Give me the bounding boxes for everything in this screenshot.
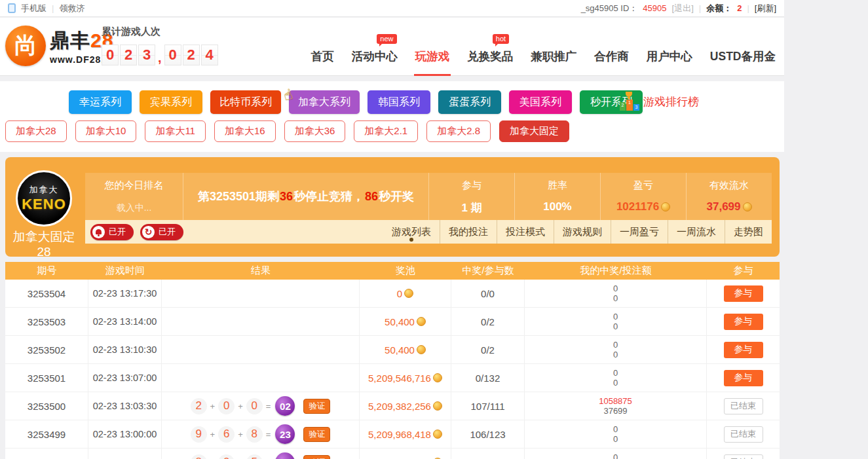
result-number: 8 bbox=[246, 426, 263, 443]
subtab-button[interactable]: 加拿大28 bbox=[5, 120, 67, 142]
issue-cell: 3253503 bbox=[5, 308, 88, 335]
stat-value: 37,699 bbox=[687, 200, 772, 213]
counter-digit: 0 bbox=[164, 45, 181, 65]
game-tab[interactable]: 投注模式 bbox=[497, 220, 554, 244]
coin-icon bbox=[433, 430, 442, 439]
game-ranking-link[interactable]: 213 游戏排行榜 bbox=[620, 93, 699, 111]
nav-item[interactable]: USTD备用金 bbox=[710, 48, 776, 64]
my-bet: 0 bbox=[613, 293, 618, 303]
time-cell: 02-23 13:03:30 bbox=[88, 392, 162, 420]
game-tabs: 游戏列表 我的投注 投注模式 游戏规则 一周盈亏 一周流水 走势图 bbox=[383, 220, 772, 244]
nav-item[interactable]: 玩游戏 bbox=[415, 48, 450, 64]
ended-button[interactable]: 已结束 bbox=[724, 426, 763, 443]
stat-label: 有效流水 bbox=[687, 179, 772, 192]
nav-badge: hot bbox=[493, 34, 509, 44]
game-tab[interactable]: 我的投注 bbox=[440, 220, 497, 244]
stat-box: 有效流水 37,699 bbox=[686, 173, 772, 220]
seconds-to-draw: 86 bbox=[364, 190, 379, 204]
join-button[interactable]: 参与 bbox=[724, 342, 763, 358]
status-badge[interactable]: 已开 bbox=[90, 224, 134, 240]
result-cell bbox=[162, 336, 360, 363]
site-logo[interactable]: 尚 鼎丰28 www.DF28.co bbox=[5, 26, 117, 66]
nav-item[interactable]: hot 兑换奖品 bbox=[467, 48, 513, 64]
win-ratio-cell: 106/103 bbox=[451, 449, 525, 459]
subtab-button[interactable]: 加拿大36 bbox=[284, 120, 346, 142]
game-tab[interactable]: 游戏规则 bbox=[554, 220, 611, 244]
counter-comma: , bbox=[158, 50, 162, 65]
nav-item[interactable]: new 活动中心 bbox=[352, 48, 398, 64]
subtab-button[interactable]: 加拿大11 bbox=[145, 120, 206, 142]
logo-icon: 尚 bbox=[5, 26, 46, 66]
my-win-bet-cell: 0 0 bbox=[525, 449, 707, 459]
nav-item[interactable]: 兼职推广 bbox=[531, 48, 576, 64]
action-cell: 参与 bbox=[707, 336, 780, 363]
table-row: 3253500 02-23 13:03:30 2+0+0=02验证 5,209,… bbox=[5, 392, 780, 420]
result-cell: 8+0+5=13验证 bbox=[162, 449, 360, 459]
game-tab[interactable]: 一周流水 bbox=[668, 220, 725, 244]
stat-label: 胜率 bbox=[515, 179, 600, 192]
time-cell: 02-23 13:17:30 bbox=[88, 280, 162, 307]
verify-button[interactable]: 验证 bbox=[303, 399, 330, 414]
jackpot-cell: 5,209,474,166 bbox=[360, 449, 451, 459]
subtab-button[interactable]: 加拿大固定 bbox=[499, 120, 569, 142]
join-button[interactable]: 参与 bbox=[724, 370, 763, 386]
stat-value: 1021176 bbox=[601, 200, 686, 213]
category-button[interactable]: 幸运系列 bbox=[69, 90, 132, 114]
my-win: 0 bbox=[613, 424, 618, 434]
win-ratio-cell: 0/132 bbox=[451, 364, 525, 392]
my-bet: 0 bbox=[613, 321, 618, 331]
my-bet: 0 bbox=[613, 434, 618, 444]
logout-link[interactable]: [退出] bbox=[672, 3, 694, 14]
stat-box: 胜率 100% bbox=[514, 173, 600, 220]
join-button[interactable]: 参与 bbox=[724, 314, 763, 330]
mobile-link[interactable]: 手机版 bbox=[21, 3, 47, 14]
username: _sg45905 ID： bbox=[581, 3, 638, 14]
ended-button[interactable]: 已结束 bbox=[724, 454, 763, 459]
subtab-button[interactable]: 加拿大2.8 bbox=[426, 120, 491, 142]
ended-button[interactable]: 已结束 bbox=[724, 398, 763, 414]
time-cell: 02-23 13:00:00 bbox=[88, 420, 162, 448]
category-button[interactable]: 蛋蛋系列 bbox=[438, 90, 501, 114]
subtab-button[interactable]: 加拿大2.1 bbox=[354, 120, 418, 142]
my-win-bet-cell: 0 0 bbox=[525, 364, 707, 392]
main-nav: 首页 new 活动中心 玩游戏 hot 兑换奖品 兼职推广 合作商 用户中心 U… bbox=[311, 48, 776, 64]
relief-link[interactable]: 领救济 bbox=[59, 3, 85, 14]
result-cell bbox=[162, 308, 360, 335]
my-win-bet-cell: 1058875 37699 bbox=[525, 392, 707, 420]
my-win: 0 bbox=[613, 452, 618, 459]
game-tab[interactable]: 走势图 bbox=[725, 220, 772, 244]
counter-digit: 3 bbox=[138, 45, 155, 65]
balance-label: 余额： bbox=[706, 3, 732, 14]
category-button[interactable]: 美国系列 bbox=[509, 90, 572, 114]
category-button[interactable]: 韩国系列 bbox=[368, 90, 430, 114]
my-win: 1058875 bbox=[599, 396, 632, 406]
verify-button[interactable]: 验证 bbox=[303, 427, 330, 442]
ranking-label: 游戏排行榜 bbox=[643, 94, 699, 109]
verify-button[interactable]: 验证 bbox=[303, 455, 330, 459]
column-header: 我的中奖/投注额 bbox=[525, 265, 707, 277]
join-button[interactable]: 参与 bbox=[724, 285, 763, 302]
category-button[interactable]: 比特币系列 bbox=[210, 90, 281, 114]
rank-value: 载入中... bbox=[85, 202, 183, 214]
game-tab[interactable]: 游戏列表 bbox=[383, 220, 440, 244]
nav-item[interactable]: 首页 bbox=[311, 48, 334, 64]
table-row: 3253502 02-23 13:10:30 50,400 0/2 0 0 参与 bbox=[5, 336, 780, 364]
subtab-button[interactable]: 加拿大16 bbox=[214, 120, 276, 142]
game-panel: 加拿大 KENO 加拿大固定28 您的今日排名 载入中... 第3253501期… bbox=[5, 157, 780, 257]
my-bet: 0 bbox=[613, 350, 618, 359]
nav-item[interactable]: 合作商 bbox=[594, 48, 629, 64]
counter-digits: 023,024 bbox=[102, 45, 218, 65]
my-win: 0 bbox=[613, 284, 618, 293]
subtab-button[interactable]: 加拿大10 bbox=[75, 120, 137, 142]
time-cell: 02-23 13:10:30 bbox=[88, 336, 162, 363]
game-tab[interactable]: 一周盈亏 bbox=[611, 220, 668, 244]
page: 手机版 | 领救济 _sg45905 ID： 45905 [退出] | 余额： … bbox=[0, 0, 784, 459]
refresh-link[interactable]: [刷新] bbox=[755, 3, 776, 14]
game-strip: 已开 ↻ 已开 游戏列表 我的投注 投注模式 游戏规则 一周盈亏 一周流水 走势… bbox=[85, 220, 772, 244]
category-button[interactable]: ☝ 加拿大系列 bbox=[289, 90, 360, 114]
counter-digit: 0 bbox=[102, 45, 119, 65]
status-badge[interactable]: ↻ 已开 bbox=[140, 224, 183, 240]
column-header: 中奖/参与数 bbox=[451, 265, 525, 277]
nav-item[interactable]: 用户中心 bbox=[647, 48, 692, 64]
category-button[interactable]: 宾果系列 bbox=[140, 90, 202, 114]
